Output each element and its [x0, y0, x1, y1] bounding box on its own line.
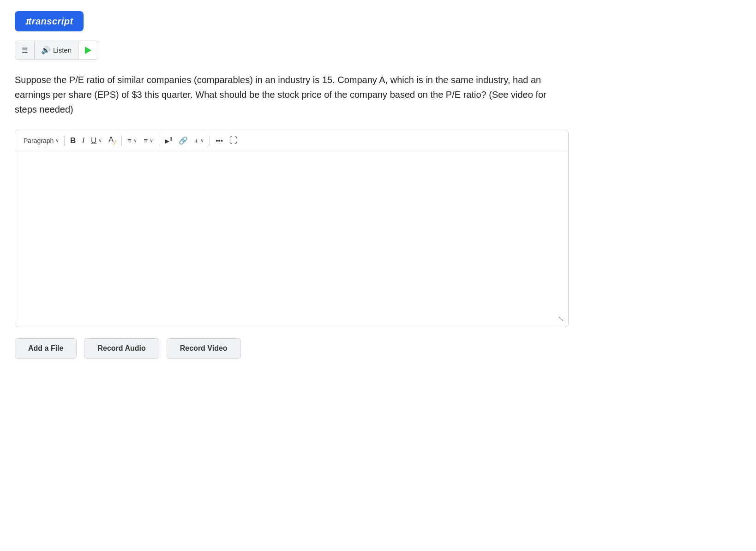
toolbar-divider-2: [121, 136, 122, 146]
media-icon: ▶II: [165, 137, 172, 144]
listen-label: Listen: [53, 46, 72, 54]
fullscreen-icon: ⛶: [229, 136, 238, 145]
link-button[interactable]: 🔗: [176, 134, 191, 147]
editor-container: Paragraph ∨ B I U ∨ A╱ ≡ ∨ ≡ ∨ ▶II: [15, 130, 569, 327]
record-video-button[interactable]: Record Video: [167, 338, 241, 359]
insert-chevron-icon: ∨: [200, 138, 204, 144]
toolbar-divider-1: [64, 136, 65, 146]
question-text: Suppose the P/E ratio of similar compani…: [15, 72, 569, 117]
play-icon: [85, 47, 91, 54]
logo-bar: ɪtranscript: [15, 11, 741, 31]
listen-toolbar: ☰ 🔊 Listen: [15, 41, 98, 60]
more-button[interactable]: •••: [213, 135, 226, 146]
bold-button[interactable]: B: [67, 134, 78, 147]
record-audio-button[interactable]: Record Audio: [84, 338, 159, 359]
italic-button[interactable]: I: [79, 134, 87, 147]
paragraph-label: Paragraph: [24, 137, 54, 144]
underline-button[interactable]: U ∨: [88, 134, 105, 147]
align-button[interactable]: ≡ ∨: [125, 135, 140, 146]
toolbar-divider-3: [159, 136, 160, 146]
media-button[interactable]: ▶II: [162, 135, 175, 146]
underline-icon: U: [91, 136, 96, 145]
paragraph-style-dropdown[interactable]: Paragraph ∨: [22, 135, 61, 146]
more-icon: •••: [216, 137, 223, 144]
editor-toolbar: Paragraph ∨ B I U ∨ A╱ ≡ ∨ ≡ ∨ ▶II: [15, 130, 568, 151]
underline-chevron-icon: ∨: [98, 138, 102, 144]
menu-button[interactable]: ☰: [15, 42, 35, 59]
listen-button[interactable]: 🔊 Listen: [35, 41, 78, 59]
bottom-buttons: Add a File Record Audio Record Video: [15, 338, 741, 359]
paragraph-chevron-icon: ∨: [55, 138, 59, 144]
add-file-button[interactable]: Add a File: [15, 338, 77, 359]
align-icon: ≡: [127, 137, 132, 144]
insert-button[interactable]: + ∨: [192, 135, 207, 146]
speaker-icon: 🔊: [41, 46, 50, 54]
link-icon: 🔗: [179, 136, 188, 145]
font-color-button[interactable]: A╱: [106, 134, 119, 147]
insert-icon: +: [194, 137, 198, 144]
align-chevron-icon: ∨: [133, 138, 137, 144]
list-icon: ≡: [144, 137, 148, 144]
bold-icon: B: [70, 136, 76, 145]
menu-icon: ☰: [22, 46, 28, 54]
toolbar-divider-4: [210, 136, 210, 146]
font-color-icon: A╱: [108, 136, 116, 145]
list-button[interactable]: ≡ ∨: [141, 135, 156, 146]
fullscreen-button[interactable]: ⛶: [227, 134, 240, 147]
play-button[interactable]: [78, 42, 98, 59]
resize-handle[interactable]: ⤡: [558, 314, 564, 324]
list-chevron-icon: ∨: [150, 138, 153, 144]
editor-body[interactable]: ⤡: [15, 151, 568, 327]
italic-icon: I: [82, 136, 84, 145]
logo-button[interactable]: ɪtranscript: [15, 11, 84, 31]
